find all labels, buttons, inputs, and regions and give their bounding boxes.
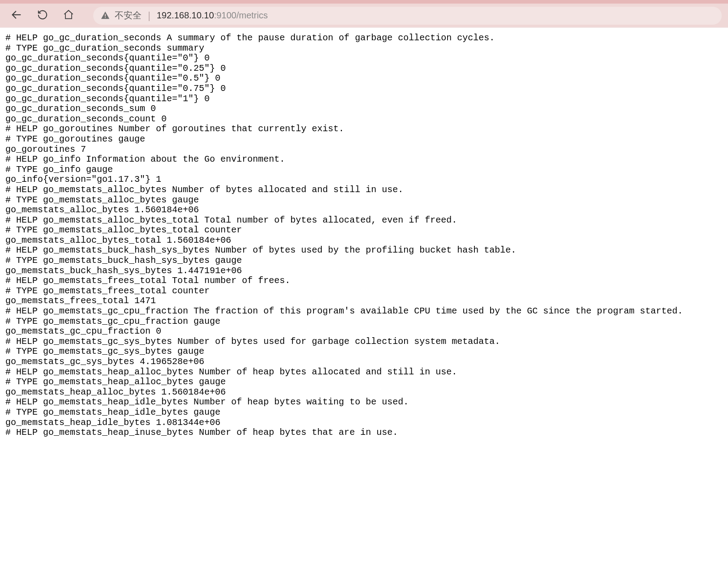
metrics-text: # HELP go_gc_duration_seconds A summary … xyxy=(0,28,728,443)
insecure-label: 不安全 xyxy=(115,9,142,21)
home-icon xyxy=(63,9,74,22)
reload-icon xyxy=(37,9,48,22)
address-bar[interactable]: 不安全 | 192.168.10.10:9100/metrics xyxy=(93,7,722,25)
arrow-left-icon xyxy=(10,9,23,23)
url-path: /metrics xyxy=(237,10,268,20)
back-button[interactable] xyxy=(6,5,27,26)
window-accent xyxy=(0,0,728,4)
separator: | xyxy=(146,10,152,21)
svg-rect-1 xyxy=(105,14,106,16)
browser-toolbar: 不安全 | 192.168.10.10:9100/metrics xyxy=(0,4,728,28)
home-button[interactable] xyxy=(58,5,79,26)
reload-button[interactable] xyxy=(32,5,53,26)
warning-icon xyxy=(100,11,110,21)
url-port: :9100 xyxy=(214,10,237,20)
url-text: 192.168.10.10:9100/metrics xyxy=(157,10,268,21)
svg-rect-2 xyxy=(105,17,106,18)
url-host: 192.168.10.10 xyxy=(157,10,214,20)
